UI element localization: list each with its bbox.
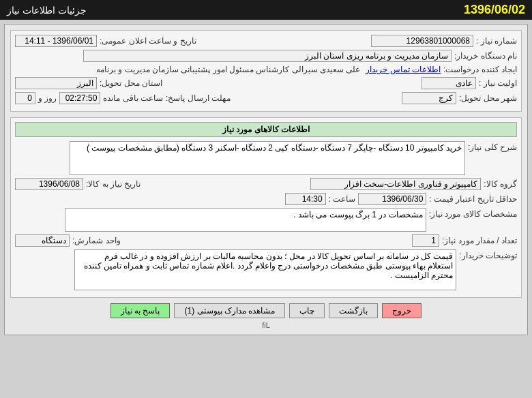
row-sharh: شرح کلی نیاز: خرید کامپیوتر 10 دستگاه -چ… xyxy=(15,141,517,175)
tarikh-label: تاریخ و ساعت اعلان عمومی: xyxy=(100,36,196,46)
main-content: شماره نیاز : تاریخ و ساعت اعلان عمومی: ن… xyxy=(4,24,528,335)
ostan-input[interactable] xyxy=(15,77,97,89)
tedad-label: تعداد / مقدار مورد نیاز: xyxy=(442,236,517,245)
mohlat-label: مهلت ارسال پاسخ: xyxy=(166,93,231,103)
ijad-value: علی سعیدی سیرالی کارشناس مسئول امور پشتی… xyxy=(96,65,360,74)
khoroj-button[interactable]: خروج xyxy=(382,303,422,318)
row-ijad: ایجاد کننده درخواست: اطلاعات تماس خریدار… xyxy=(15,65,517,74)
ijad-label: ایجاد کننده درخواست: xyxy=(443,65,517,74)
tarikh-input[interactable] xyxy=(15,35,97,47)
roz-input[interactable] xyxy=(15,92,35,104)
row-nam-dastgah: نام دستگاه خریدار: xyxy=(15,50,517,62)
avlviat-input[interactable] xyxy=(422,77,476,89)
top-section: شماره نیاز : تاریخ و ساعت اعلان عمومی: ن… xyxy=(10,30,522,112)
gorohe-label: گروه کالا: xyxy=(484,179,517,189)
pasokh-button[interactable]: پاسخ به نیاز xyxy=(110,303,171,318)
saaat-label: ساعت باقی مانده xyxy=(103,93,163,103)
row-tozihat: توضیحات خریدار: قیمت کل در سامانه بر اسا… xyxy=(15,249,517,290)
avlviat-label: اولیت نیاز : xyxy=(479,78,517,88)
row-hadaghal: حداقل تاریخ اعتبار قیمت : ساعت : xyxy=(15,193,517,205)
chap-button[interactable]: چاپ xyxy=(289,303,325,318)
shahr-label: شهر محل تحویل: xyxy=(459,93,517,103)
sharh-label: شرح کلی نیاز: xyxy=(468,142,517,152)
moshahede-button[interactable]: مشاهده مدارک پیوستی (1) xyxy=(174,303,285,318)
shahr-input[interactable] xyxy=(402,92,456,104)
tedad-input[interactable] xyxy=(412,234,439,247)
tozihat-label: توضیحات خریدار: xyxy=(459,251,517,260)
tarikh-niaz-label: تاریخ نیاز به کالا: xyxy=(86,179,141,189)
sharh-textarea[interactable]: خرید کامپیوتر 10 دستگاه -چاپگر 7 دستگاه … xyxy=(70,141,465,175)
goods-section: اطلاعات کالاهای مورد نیاز شرح کلی نیاز: … xyxy=(10,117,522,298)
vahed-input[interactable] xyxy=(15,234,70,247)
nam-dastgah-input[interactable] xyxy=(83,50,452,62)
nam-dastgah-label: نام دستگاه خریدار: xyxy=(454,51,517,61)
goods-title: اطلاعات کالاهای مورد نیاز xyxy=(15,122,517,137)
row-shahr: شهر محل تحویل: مهلت ارسال پاسخ: ساعت باق… xyxy=(15,92,517,104)
vahed-label: واحد شمارش: xyxy=(72,236,121,245)
hadaghal-label: حداقل تاریخ اعتبار قیمت : xyxy=(429,194,517,204)
roz-label: روز و xyxy=(38,93,57,103)
moshakhasat-textarea[interactable]: مشخصات در 1 برگ پیوست می باشد . xyxy=(65,208,426,232)
bottom-buttons: پاسخ به نیاز مشاهده مدارک پیوستی (1) چاپ… xyxy=(10,303,522,318)
row-gorohe: گروه کالا: تاریخ نیاز به کالا: xyxy=(15,178,517,190)
footer-text: fiL xyxy=(10,321,522,329)
ijad-link[interactable]: اطلاعات تماس خریدار xyxy=(366,65,441,74)
header: 1396/06/02 جزئیات اطلاعات نیاز xyxy=(0,0,532,20)
row-avlviat: اولیت نیاز : استان محل تحویل: xyxy=(15,77,517,89)
shomara-label: شماره نیاز : xyxy=(476,36,517,46)
gorohe-input[interactable] xyxy=(310,178,481,190)
hadaghal-date-input[interactable] xyxy=(358,193,426,205)
saaat-input[interactable] xyxy=(59,92,100,104)
tarikh-niaz-input[interactable] xyxy=(15,178,83,190)
row-moshakhasat: مشخصات کالای مورد نیاز: مشخصات در 1 برگ … xyxy=(15,208,517,232)
header-title: جزئیات اطلاعات نیاز xyxy=(7,5,87,16)
ostan-label: استان محل تحویل: xyxy=(100,78,162,88)
hadaghal-saat-input[interactable] xyxy=(285,193,326,205)
moshakhasat-label: مشخصات کالای مورد نیاز: xyxy=(429,209,517,219)
hadaghal-saat-label: ساعت : xyxy=(329,194,356,204)
row-shomara: شماره نیاز : تاریخ و ساعت اعلان عمومی: xyxy=(15,35,517,47)
tozihat-textarea[interactable]: قیمت کل در سامانه بر اساس تحویل کالا در … xyxy=(74,249,456,290)
bazgasht-button[interactable]: بازگشت xyxy=(329,303,378,318)
header-date: 1396/06/02 xyxy=(464,3,525,17)
shomara-input[interactable] xyxy=(371,35,473,47)
row-tedad: تعداد / مقدار مورد نیاز: واحد شمارش: xyxy=(15,234,517,247)
